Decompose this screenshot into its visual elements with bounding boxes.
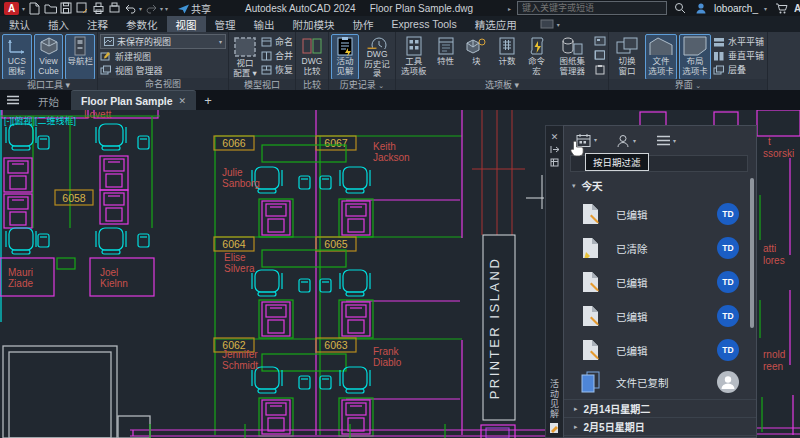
tab-express-tools[interactable]: Express Tools (383, 16, 466, 32)
avatar: TD (717, 271, 739, 293)
view-manager-button[interactable]: 视图 管理器 (100, 64, 226, 77)
section-today[interactable]: ▾ 今天 (572, 178, 603, 193)
panel-scrollbar[interactable] (750, 178, 754, 328)
user-menu-caret-icon[interactable]: ▾ (764, 5, 767, 12)
sheet-set-manager-button[interactable]: 图纸集管理器 (552, 34, 592, 80)
properties-button[interactable]: 特性 (432, 34, 460, 80)
activity-insights-button[interactable]: 活动见解 (331, 34, 359, 80)
tab-featured-apps[interactable]: 精选应用 (466, 16, 526, 32)
group-label-model-viewports[interactable]: 模型视口 (229, 79, 295, 90)
group-history: 活动见解 DWG历史记录 历史记录 ⌄ (329, 32, 396, 90)
tab-addins[interactable]: 附加模块 (284, 16, 344, 32)
save-icon[interactable] (58, 1, 74, 15)
palette-extra-icon-2[interactable] (594, 49, 606, 62)
viewport-join-button[interactable]: 合并 (261, 49, 293, 62)
autocad-logo-icon[interactable]: A (4, 2, 19, 15)
group-label-compare[interactable]: 比较 (296, 79, 328, 90)
group-label-named-views[interactable]: 命名视图 (98, 78, 228, 90)
room-tag-6058: 6058 (62, 192, 86, 204)
group-compare: DWG比较 比较 (296, 32, 329, 90)
date-group[interactable]: ▸ 2月5日星期日 (564, 417, 757, 435)
switch-windows-button[interactable]: 切换窗口 (611, 34, 643, 80)
palette-extra-icon-1[interactable] (594, 35, 606, 48)
plot-icon[interactable] (90, 1, 106, 15)
print-icon[interactable] (106, 1, 122, 15)
new-tab-icon[interactable]: + (204, 90, 212, 110)
middle-cubicle-cluster: 6066 6067 Julie Sanborg Keith Jackson 60… (214, 110, 462, 436)
count-button[interactable]: 计数 (493, 34, 521, 80)
filter-by-user-button[interactable]: ▾ (617, 134, 636, 148)
file-tabs-button[interactable]: 文件选项卡 (645, 34, 677, 80)
group-label-palettes[interactable]: 选项板 ▾ (396, 79, 608, 90)
auto-hide-icon[interactable] (550, 143, 560, 156)
expand-caret-icon[interactable]: ▸ (574, 405, 578, 413)
activity-insights-rail-icon[interactable] (549, 422, 560, 434)
group-label-history[interactable]: 历史记录 ⌄ (329, 79, 395, 90)
close-tab-icon[interactable]: ✕ (179, 96, 187, 106)
tab-default[interactable]: 默认 (0, 16, 39, 32)
new-file-icon[interactable] (26, 1, 42, 15)
logo-caret-icon[interactable]: ▾ (22, 5, 25, 12)
collapse-caret-icon[interactable]: ▾ (572, 182, 576, 190)
qat-customize-icon[interactable]: ▾ (165, 5, 168, 12)
share-label[interactable]: 共享 (191, 1, 211, 16)
user-avatar-icon[interactable] (693, 1, 709, 15)
activity-item[interactable]: 已编辑 TD (564, 198, 757, 230)
viewcube-button[interactable]: ViewCube (34, 34, 64, 80)
tab-insert[interactable]: 插入 (39, 16, 78, 32)
cascade-button[interactable]: 层叠 (713, 63, 764, 76)
activity-item[interactable]: 已编辑 TD (564, 334, 757, 366)
viewport-config-button[interactable]: 视口配置 ▾ (231, 34, 259, 80)
tab-collaborate[interactable]: 协作 (344, 16, 383, 32)
activity-item[interactable]: 已编辑 TD (564, 300, 757, 332)
layout-tabs-button[interactable]: 布局选项卡 (679, 34, 711, 80)
group-label-viewport-tools[interactable]: 视口工具 ▾ (0, 79, 97, 90)
search-input[interactable] (517, 1, 667, 15)
dwg-compare-button[interactable]: DWG比较 (298, 34, 326, 80)
save-as-icon[interactable] (74, 1, 90, 15)
share-icon[interactable] (175, 1, 191, 15)
undo-icon[interactable] (122, 1, 138, 15)
help-icon-partial[interactable]: A (794, 3, 800, 14)
tab-output[interactable]: 输出 (245, 16, 284, 32)
start-tab[interactable]: 开始 (26, 92, 71, 110)
hand-cursor-icon (569, 140, 584, 157)
tab-view[interactable]: 视图 (167, 16, 206, 32)
ucs-icon-button[interactable]: UCS图标 (2, 34, 32, 80)
named-view-dropdown[interactable]: 未保存的视图▾ (100, 34, 226, 49)
command-macros-button[interactable]: 命令宏 (523, 34, 551, 80)
user-name[interactable]: loboarch_ (714, 3, 758, 14)
filter-by-type-button[interactable]: ▾ (656, 134, 676, 147)
search-icon[interactable] (672, 1, 688, 15)
activity-item[interactable]: 已清除 TD (564, 232, 757, 264)
dwg-history-button[interactable]: DWG历史记录 (361, 34, 393, 80)
document-tab[interactable]: Floor Plan Sample ✕ (71, 90, 196, 110)
redo-caret-icon[interactable]: ▾ (160, 5, 163, 12)
ribbon-display-toggle[interactable]: ▾ (540, 16, 561, 32)
tile-vertically-button[interactable]: 垂直平铺 (713, 49, 764, 62)
expand-caret-icon[interactable]: ▸ (574, 423, 578, 431)
cart-icon[interactable] (773, 1, 789, 15)
tab-manage[interactable]: 管理 (206, 16, 245, 32)
palette-extra-icon-3[interactable] (594, 63, 606, 76)
viewport-named-button[interactable]: 命名 (261, 35, 293, 48)
open-folder-icon[interactable] (42, 1, 58, 15)
date-group[interactable]: ▸ 2月14日星期二 (564, 399, 757, 417)
group-label-interface[interactable]: 界面 ⌄ (609, 79, 767, 90)
blocks-button[interactable]: 块 (461, 34, 491, 80)
file-tab-menu-icon[interactable] (0, 90, 26, 110)
search-scope-caret-icon[interactable]: ▸ (508, 5, 511, 12)
close-icon[interactable]: ✕ (551, 130, 559, 143)
activity-item[interactable]: 已编辑 TD (564, 266, 757, 298)
activity-item[interactable]: 文件已复制 (564, 366, 757, 398)
tile-horizontally-button[interactable]: 水平平铺 (713, 35, 764, 48)
tab-parametric[interactable]: 参数化 (117, 16, 167, 32)
tool-palettes-button[interactable]: 工具选项板 (398, 34, 430, 80)
new-view-button[interactable]: 新建视图 (100, 50, 226, 63)
navigation-bar-button[interactable]: 导航栏 (65, 34, 95, 80)
redo-icon[interactable] (143, 1, 159, 15)
tab-annotate[interactable]: 注释 (78, 16, 117, 32)
properties-icon[interactable] (550, 156, 559, 169)
viewport-restore-button[interactable]: 恢复 (261, 63, 293, 76)
undo-caret-icon[interactable]: ▾ (139, 5, 142, 12)
